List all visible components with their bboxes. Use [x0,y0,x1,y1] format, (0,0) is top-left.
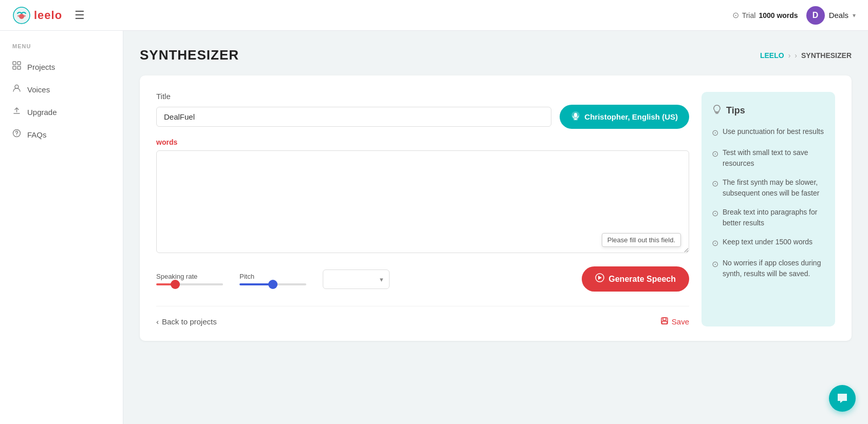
trial-badge: ⊙ Trial 1000 words [732,10,798,20]
sidebar-upgrade-label: Upgrade [27,108,57,117]
svg-rect-5 [17,62,21,65]
back-label: Back to projects [162,317,217,326]
title-row: Christopher, English (US) [156,105,689,129]
trial-icon: ⊙ [732,10,739,20]
svg-rect-6 [13,66,16,69]
card-inner: Title Christopher, English (US) [156,92,835,326]
voices-icon [12,84,21,95]
breadcrumb-sep1: › [788,51,791,60]
projects-icon [12,61,21,72]
speaking-rate-label: Speaking rate [156,273,223,280]
tips-panel: Tips ⊙ Use punctuation for best results … [701,92,835,326]
main-content: SYNTHESIZER LEELO › › SYNTHESIZER Title [123,31,868,424]
svg-rect-7 [17,66,21,69]
hamburger-button[interactable]: ☰ [75,9,85,22]
tip-item-3: ⊙ Break text into paragraphs for better … [712,207,825,228]
svg-rect-16 [663,318,666,320]
bottom-bar: ‹ Back to projects Save [156,306,689,326]
tip-check-icon-2: ⊙ [712,178,718,190]
sidebar-item-faqs[interactable]: FAQs [0,123,123,146]
tip-item-1: ⊙ Test with small text to save resources [712,147,825,169]
logo[interactable]: leelo [12,6,62,25]
tip-check-icon-4: ⊙ [712,237,718,249]
generate-speech-button[interactable]: Generate Speech [582,266,689,292]
dropdown-wrap: MP3 WAV ▾ [323,269,390,289]
svg-rect-4 [13,62,16,65]
title-label: Title [156,92,689,101]
voice-icon [571,111,580,123]
pitch-label: Pitch [239,273,306,280]
svg-point-3 [24,15,26,17]
svg-point-2 [17,15,20,17]
user-avatar: D [806,6,825,25]
back-to-projects-link[interactable]: ‹ Back to projects [156,317,217,326]
trial-words: 1000 words [759,11,798,20]
tip-item-5: ⊙ No worries if app closes during synth,… [712,258,825,279]
format-dropdown[interactable]: MP3 WAV [323,269,390,289]
sidebar-projects-label: Projects [27,63,55,71]
synthesizer-card: Title Christopher, English (US) [140,75,852,341]
title-input[interactable] [156,107,551,127]
tip-item-2: ⊙ The first synth may be slower, subsequ… [712,177,825,199]
save-label: Save [672,317,689,326]
tip-check-icon-5: ⊙ [712,258,718,271]
sidebar-item-upgrade[interactable]: Upgrade [0,101,123,123]
breadcrumb-leelo[interactable]: LEELO [760,51,784,60]
sidebar: MENU Projects Voices Upgrade FAQs [0,31,123,424]
breadcrumb-current: SYNTHESIZER [801,51,852,60]
chevron-down-icon: ▾ [853,12,856,19]
pitch-slider-wrap [239,283,306,285]
tip-check-icon-0: ⊙ [712,127,718,139]
tip-check-icon-1: ⊙ [712,148,718,160]
generate-speech-label: Generate Speech [608,275,676,284]
bulb-icon [712,104,722,117]
title-input-wrap [156,107,551,127]
faqs-icon [12,129,21,140]
words-label: words [156,138,689,146]
pitch-group: Pitch [239,273,306,285]
pitch-slider[interactable] [239,283,306,285]
sidebar-menu-label: MENU [0,43,123,55]
back-chevron-icon: ‹ [156,317,159,326]
layout: MENU Projects Voices Upgrade FAQs [0,0,868,424]
tip-item-4: ⊙ Keep text under 1500 words [712,237,825,249]
tip-text-0: Use punctuation for best results [723,126,824,137]
textarea-wrap: Please fill out this field. [156,150,689,255]
sidebar-voices-label: Voices [27,85,50,94]
sidebar-item-projects[interactable]: Projects [0,55,123,78]
speaking-rate-slider-wrap [156,283,223,285]
save-icon [660,317,669,326]
breadcrumb-bar: SYNTHESIZER LEELO › › SYNTHESIZER [140,47,852,63]
tip-text-1: Test with small text to save resources [723,147,825,169]
header: leelo ☰ ⊙ Trial 1000 words D Deals ▾ [0,0,868,31]
logo-text: leelo [34,9,62,22]
breadcrumb: LEELO › › SYNTHESIZER [760,51,852,60]
tips-title-label: Tips [726,105,745,116]
tip-check-icon-3: ⊙ [712,207,718,220]
upgrade-icon [12,106,21,118]
svg-rect-17 [662,321,667,324]
logo-icon [12,6,31,25]
chat-bubble[interactable] [829,385,856,412]
voice-selector-button[interactable]: Christopher, English (US) [560,105,689,129]
controls-row: Speaking rate Pitch [156,266,689,292]
svg-point-1 [19,14,24,19]
chat-icon [836,392,849,405]
user-name: Deals [829,11,848,20]
header-left: leelo ☰ [12,6,85,25]
header-right: ⊙ Trial 1000 words D Deals ▾ [732,6,856,25]
svg-rect-15 [661,318,668,324]
sidebar-item-voices[interactable]: Voices [0,78,123,101]
speaking-rate-slider[interactable] [156,283,223,285]
tip-text-5: No worries if app closes during synth, r… [723,258,825,279]
svg-point-10 [16,134,17,136]
tip-text-2: The first synth may be slower, subsequen… [723,177,825,199]
tip-text-3: Break text into paragraphs for better re… [723,207,825,228]
save-link[interactable]: Save [660,317,689,326]
tip-item-0: ⊙ Use punctuation for best results [712,126,825,139]
tip-text-4: Keep text under 1500 words [723,237,812,247]
user-menu[interactable]: D Deals ▾ [806,6,856,25]
tips-title: Tips [712,104,825,117]
generate-icon [595,273,604,285]
card-form: Title Christopher, English (US) [156,92,689,326]
